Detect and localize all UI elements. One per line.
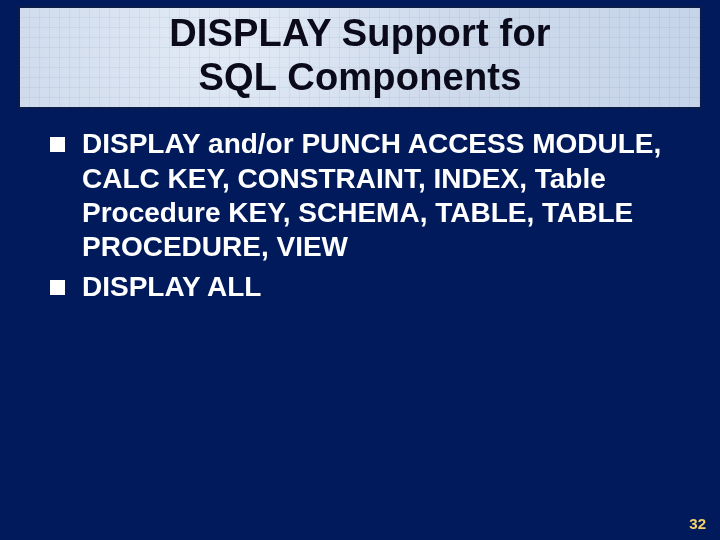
title-line-2: SQL Components (199, 56, 522, 98)
slide-body: DISPLAY and/or PUNCH ACCESS MODULE, CALC… (0, 109, 720, 304)
title-box: DISPLAY Support for SQL Components (18, 6, 702, 109)
bullet-text: DISPLAY and/or PUNCH ACCESS MODULE, CALC… (82, 128, 661, 261)
slide-title: DISPLAY Support for SQL Components (30, 12, 690, 99)
list-item: DISPLAY ALL (44, 270, 676, 304)
page-number: 32 (689, 515, 706, 532)
bullet-list: DISPLAY and/or PUNCH ACCESS MODULE, CALC… (44, 127, 676, 304)
bullet-text: DISPLAY ALL (82, 271, 261, 302)
title-line-1: DISPLAY Support for (169, 12, 551, 54)
list-item: DISPLAY and/or PUNCH ACCESS MODULE, CALC… (44, 127, 676, 264)
